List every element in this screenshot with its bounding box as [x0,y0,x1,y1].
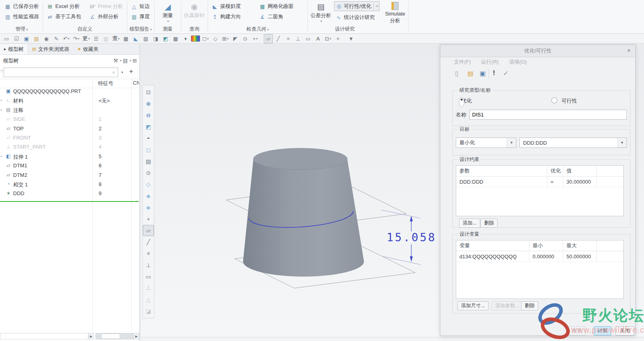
display-style-icon[interactable]: ◓ [143,133,154,144]
scroll-thumb[interactable] [101,333,120,339]
thickness-button[interactable]: ▥ 厚度 [130,12,152,22]
short-edge-button[interactable]: △ 短边 [130,1,152,12]
column-header[interactable] [597,166,623,176]
group-report-label[interactable]: 模型报告▾ [130,25,152,33]
column-feature-number[interactable]: 特征号 [98,80,113,87]
dihedral-angle-button[interactable]: ∡ 二面角 [258,12,305,22]
group-manage-label[interactable]: 管理▾ [3,25,40,33]
draft-check-icon[interactable]: ◣ [131,34,140,43]
box-3d-icon[interactable]: ◩ [161,34,170,43]
menu-file[interactable]: 文件(F) [454,58,471,66]
open-verify-icon[interactable]: ☑ [12,34,21,43]
radio-feasibility[interactable]: 可行性 [551,97,577,105]
columns-hscrollbar[interactable] [95,333,139,339]
tree-item[interactable]: ▣QQQQQQQQQQQQQQ.PRT [0,87,139,96]
performance-monitor-button[interactable]: ▥ 性能监视器 [3,12,40,22]
excel-analysis-button[interactable]: ⊞ Excel 分析 [45,1,82,12]
zoom-region-icon[interactable]: ⊡ [143,87,154,98]
build-direction-button[interactable]: ↥ 构建方向 [210,12,253,22]
tab-favorites[interactable]: ★ 收藏夹 [73,44,103,54]
tree-item[interactable]: ◔相交 18 [0,180,139,189]
chevron-down-icon[interactable]: ▼ [617,138,626,147]
datum-display-icon[interactable]: +▾ [251,34,260,43]
chevron-down-icon[interactable]: ▾ [376,4,378,8]
tree-item[interactable]: ▸▤注释 [0,105,139,114]
open-study-icon[interactable]: ▤ [467,70,473,77]
chevron-down-icon[interactable]: ▾ [121,70,123,74]
menu-run[interactable]: 运行(R) [481,58,499,66]
tree-hscrollbar[interactable] [0,333,88,339]
display-toggle-icon[interactable]: ▩ [171,34,180,43]
axis-display-icon[interactable]: ╱ [143,236,154,248]
radio-optimization[interactable]: 优化 [459,97,472,105]
find-icon[interactable]: 查▾ [111,34,121,43]
tree-columns-icon[interactable]: ⊞ [132,58,137,64]
measure-save-icon[interactable]: ▦ [121,34,130,43]
tab-model-tree[interactable]: ▸ 模型树 [0,44,28,54]
shaded-view-icon[interactable]: ◻▾ [201,34,210,43]
open-icon[interactable]: ▭ [2,34,11,43]
run-study-icon[interactable]: ! [493,70,495,77]
regenerate-icon[interactable]: 更▾ [82,34,91,43]
delete-constraint-button[interactable]: 删除 [481,219,498,228]
tolerance-analysis-button[interactable]: ▤ 公差分析 ▾ [310,1,332,23]
add-filter-icon[interactable]: + [129,68,133,75]
tree-filters-icon[interactable]: ▤ [123,58,128,64]
cone-top-face[interactable] [253,148,347,170]
study-name-input[interactable] [469,110,627,120]
capture-icon[interactable]: ⊙ [241,34,250,43]
copy-icon[interactable]: ▥ [101,34,111,43]
axonometric-icon[interactable]: ◆ [143,202,154,213]
dialog-titlebar[interactable]: 优化/可行性 × [440,45,635,57]
tree-item[interactable]: ▱DTM27 [0,170,139,180]
measure-button[interactable]: ◢ 测量 ▾ [157,1,179,23]
tree-item[interactable]: ▱DTM16 [0,161,139,170]
save-icon[interactable]: ▣ [22,34,31,43]
column-header[interactable]: 值 [563,166,597,176]
chevron-down-icon[interactable]: ▼ [507,138,516,147]
mesh-surface-button[interactable]: ▦ 网格化曲面 [258,1,305,12]
standard-views-icon[interactable]: ◇ [211,34,220,43]
tree-item[interactable]: ▱TOP2 [0,124,139,133]
redo-icon[interactable]: ↷▾ [72,34,81,43]
save-study-icon[interactable]: ▣ [480,70,486,77]
tree-item[interactable]: ▸∟材料<无> [0,96,139,105]
plane-display-icon[interactable]: ▱ [143,225,154,236]
external-analysis-button[interactable]: ∠ 外部分析 [88,12,125,22]
dimension-value[interactable]: 15.058 [387,231,436,244]
csys-display-icon[interactable]: ⊥ [143,260,154,271]
mail-icon[interactable]: ▧ [141,34,150,43]
more-caret-icon[interactable]: ▾ [181,34,190,43]
statistical-study-button[interactable]: ∿ 统计设计研究 [334,12,380,23]
saved-views-icon[interactable]: ◻ [143,144,154,155]
tree-item[interactable]: ∗DDD9 [0,189,139,198]
add-constraint-button[interactable]: 添加... [459,219,480,228]
column-header[interactable] [597,240,623,251]
close-window-icon[interactable]: × [333,34,342,43]
chevron-down-icon[interactable]: ▾ [130,59,131,62]
variables-table[interactable]: 变量最小最大d134:QQQQQQQQQQQ0.00000050.000000 [456,240,624,299]
chevron-down-icon[interactable]: ▾ [120,59,122,62]
group-geometry-label[interactable]: 检查几何▾ [210,25,305,33]
draft-slope-button[interactable]: ◣ 拔模斜度 [210,1,253,12]
datum-display-filter-icon[interactable]: + [143,213,154,225]
tree-item[interactable]: ⊥START_PART4 [0,142,139,151]
column-header[interactable]: 最小 [529,240,563,251]
annotation-a-icon[interactable]: A [313,34,323,43]
delete-variable-button[interactable]: 删除 [521,301,538,310]
column-header[interactable]: 参数 [456,166,547,176]
point-display-icon[interactable]: × [143,248,154,259]
new-study-icon[interactable]: ▯ [455,70,459,77]
column-header[interactable]: 优化 [547,166,563,176]
clear-search-icon[interactable]: × [112,70,115,76]
column-header[interactable]: 变量 [456,240,529,251]
tab-folder-browser[interactable]: ▤ 文件夹浏览器 [28,44,73,54]
add-dimension-button[interactable]: 添加尺寸... [457,301,488,310]
perspective-view-icon[interactable]: ◇ [143,179,154,190]
close-icon[interactable]: × [627,47,630,54]
view-orient-icon[interactable]: ◈ [143,190,154,202]
repaint-icon[interactable]: ◩ [143,121,154,132]
tree-search-input[interactable] [4,68,118,77]
menu-options[interactable]: 选项(O) [509,58,527,66]
expand-icon[interactable]: ▸ [1,155,2,158]
